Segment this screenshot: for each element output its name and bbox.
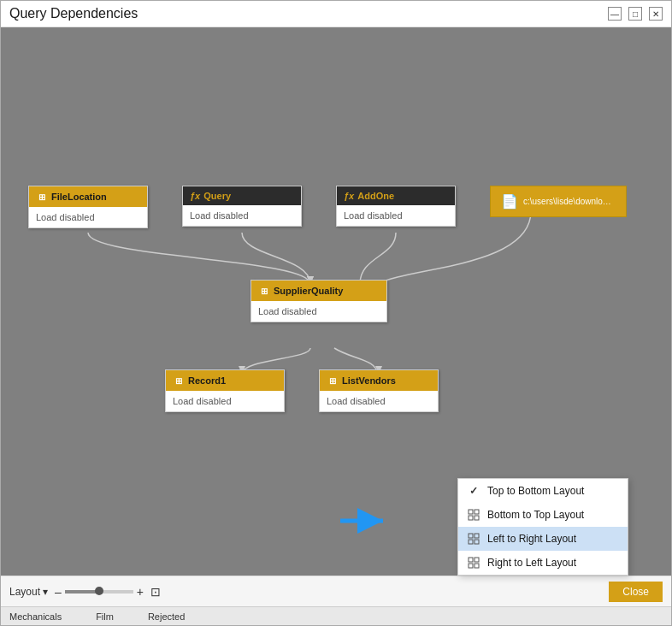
zoom-slider[interactable] [65,590,133,594]
node-filelocation-body: Load disabled [29,207,147,227]
status-film: Film [96,611,114,622]
minimize-button[interactable]: — [608,7,622,21]
node-query[interactable]: ƒx Query Load disabled [182,186,302,227]
node-filelocation[interactable]: ⊞ FileLocation Load disabled [28,186,148,228]
grid-icon-3 [467,556,480,570]
status-bar: Mechanicals Film Rejected [1,606,671,625]
left-right-label: Left to Right Layout [487,533,576,545]
svg-rect-17 [475,564,479,568]
layout-label: Layout ▾ [9,586,48,598]
node-listvendors-body: Load disabled [320,391,438,411]
svg-rect-12 [469,540,473,544]
function-icon-2: ƒx [344,191,354,201]
bottom-toolbar: Layout ▾ – + ⊡ ✓ Top to Bottom Layout [1,576,671,606]
zoom-plus-button[interactable]: + [137,586,144,598]
status-mechanicals: Mechanicals [9,611,62,622]
zoom-slider-thumb [95,587,103,595]
svg-rect-13 [475,540,479,544]
svg-rect-11 [475,534,479,538]
checkmark-icon: ✓ [467,484,480,498]
node-supplierquality-header: ⊞ SupplierQuality [251,281,386,301]
svg-rect-15 [475,558,479,562]
file-node[interactable]: 📄 c:\users\lisde\downloads... [490,186,627,217]
node-record1-header: ⊞ Record1 [166,370,284,391]
node-query-body: Load disabled [183,205,301,226]
close-button[interactable]: Close [609,582,663,602]
layout-option-bottom-top[interactable]: Bottom to Top Layout [458,503,628,527]
svg-rect-10 [469,534,473,538]
status-rejected: Rejected [148,611,185,622]
grid-svg-3 [468,557,480,569]
node-supplierquality[interactable]: ⊞ SupplierQuality Load disabled [251,280,387,322]
grid-icon-2 [467,532,480,546]
layout-option-right-left[interactable]: Right to Left Layout [458,551,628,575]
grid-svg-1 [468,509,480,521]
window-controls: — □ ✕ [608,7,663,21]
node-addone-body: Load disabled [337,205,455,226]
close-window-button[interactable]: ✕ [649,7,663,21]
zoom-control: – + [55,586,144,598]
arrow-indicator [339,508,390,536]
node-query-header: ƒx Query [183,186,301,205]
svg-rect-14 [469,558,473,562]
window-title: Query Dependencies [9,6,138,21]
node-record1-body: Load disabled [166,391,284,411]
table-icon: ⊞ [36,191,48,203]
svg-rect-6 [469,510,473,514]
title-bar: Query Dependencies — □ ✕ [1,1,671,27]
table-icon-4: ⊞ [327,375,339,387]
zoom-minus-button[interactable]: – [55,586,62,598]
node-addone[interactable]: ƒx AddOne Load disabled [336,186,456,227]
svg-rect-8 [469,516,473,520]
node-listvendors-header: ⊞ ListVendors [320,370,438,391]
table-icon-2: ⊞ [258,285,270,297]
layout-option-top-bottom[interactable]: ✓ Top to Bottom Layout [458,479,628,503]
function-icon: ƒx [190,191,200,201]
file-icon: 📄 [501,193,518,210]
query-dependencies-window: Query Dependencies — □ ✕ [0,0,672,626]
node-filelocation-header: ⊞ FileLocation [29,186,147,207]
svg-rect-16 [469,564,473,568]
table-icon-3: ⊞ [173,375,185,387]
node-record1[interactable]: ⊞ Record1 Load disabled [165,369,285,412]
blue-arrow-svg [339,508,390,534]
node-addone-header: ƒx AddOne [337,186,455,205]
maximize-button[interactable]: □ [628,7,642,21]
grid-svg-2 [468,533,480,545]
node-supplierquality-body: Load disabled [251,301,386,322]
node-listvendors[interactable]: ⊞ ListVendors Load disabled [319,369,439,412]
layout-dropdown-arrow[interactable]: ▾ [43,586,48,598]
grid-icon-1 [467,508,480,522]
svg-rect-9 [475,516,479,520]
layout-option-left-right[interactable]: Left to Right Layout [458,527,628,551]
layout-dropdown-menu: ✓ Top to Bottom Layout Bottom to Top Lay… [457,478,628,576]
svg-rect-7 [475,510,479,514]
fit-screen-button[interactable]: ⊡ [150,585,161,599]
